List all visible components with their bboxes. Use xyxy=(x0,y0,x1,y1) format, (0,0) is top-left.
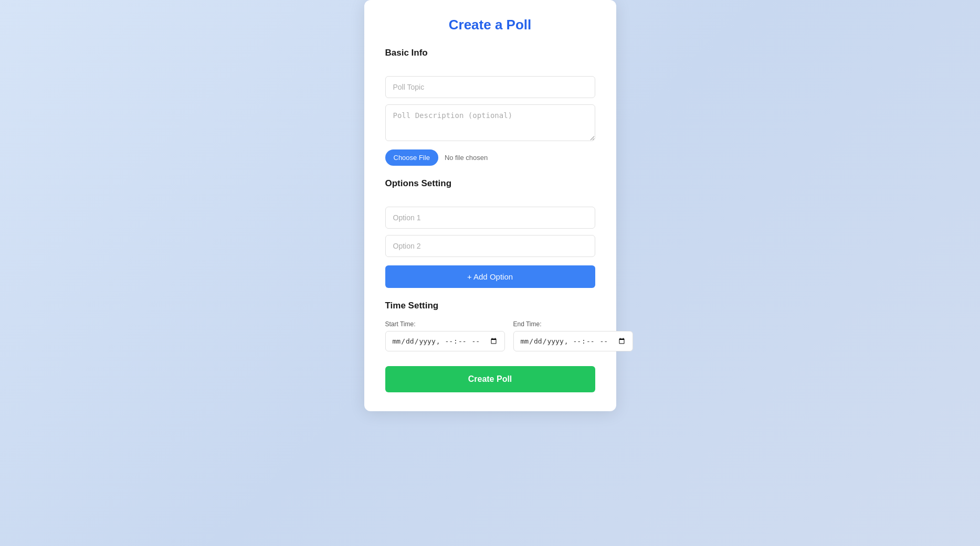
option-2-input[interactable] xyxy=(385,235,595,257)
add-option-button[interactable]: + Add Option xyxy=(385,265,595,288)
options-setting-section: Options Setting + Add Option xyxy=(385,178,595,288)
options-setting-title: Options Setting xyxy=(385,178,595,189)
poll-topic-input[interactable] xyxy=(385,76,595,98)
option-1-input[interactable] xyxy=(385,207,595,229)
create-poll-button[interactable]: Create Poll xyxy=(385,366,595,392)
choose-file-button[interactable]: Choose File xyxy=(385,149,438,166)
start-time-input[interactable] xyxy=(385,331,505,351)
file-input-row: Choose File No file chosen xyxy=(385,149,595,166)
time-setting-section: Time Setting Start Time: End Time: xyxy=(385,301,595,351)
end-time-label: End Time: xyxy=(513,320,633,328)
time-inputs-row: Start Time: End Time: xyxy=(385,320,595,351)
basic-info-title: Basic Info xyxy=(385,48,595,58)
form-card: Create a Poll Basic Info Choose File No … xyxy=(364,0,616,411)
start-time-label: Start Time: xyxy=(385,320,505,328)
time-setting-title: Time Setting xyxy=(385,301,595,311)
end-time-group: End Time: xyxy=(513,320,633,351)
basic-info-section: Basic Info Choose File No file chosen xyxy=(385,48,595,166)
page-title: Create a Poll xyxy=(385,17,595,33)
page-wrapper: Create a Poll Basic Info Choose File No … xyxy=(0,0,980,411)
poll-description-input[interactable] xyxy=(385,104,595,141)
start-time-group: Start Time: xyxy=(385,320,505,351)
end-time-input[interactable] xyxy=(513,331,633,351)
no-file-label: No file chosen xyxy=(445,154,488,162)
